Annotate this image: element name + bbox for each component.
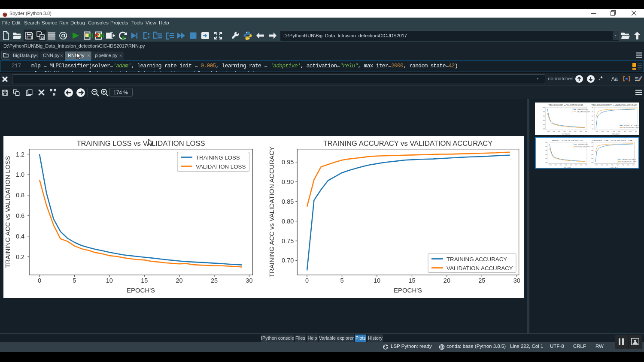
svg-text:TRAINING LOSS: TRAINING LOSS xyxy=(196,154,240,161)
svg-text:0.4: 0.4 xyxy=(16,233,24,240)
svg-text:10: 10 xyxy=(106,277,113,284)
svg-text:15: 15 xyxy=(141,277,148,284)
svg-text:VALIDATION ACCURACY: VALIDATION ACCURACY xyxy=(623,127,639,129)
svg-text:10: 10 xyxy=(374,277,380,284)
svg-text:0.90: 0.90 xyxy=(282,178,294,185)
svg-text:5: 5 xyxy=(73,277,76,284)
svg-text:0.6: 0.6 xyxy=(16,212,24,219)
svg-text:20: 20 xyxy=(444,277,450,284)
svg-text:1.0: 1.0 xyxy=(16,171,24,178)
svg-text:VALIDATION ACCURACY: VALIDATION ACCURACY xyxy=(622,161,638,163)
svg-text:5: 5 xyxy=(340,277,343,284)
svg-text:TRAINING ACC vs VALIDATION LOS: TRAINING ACC vs VALIDATION LOSS xyxy=(4,156,11,268)
svg-text:20: 20 xyxy=(176,277,183,284)
svg-text:TRAINING ACCURACY vs VALIDATIO: TRAINING ACCURACY vs VALIDATION ACCURACY xyxy=(591,139,635,142)
svg-text:0.95: 0.95 xyxy=(282,159,294,166)
svg-text:VALIDATION LOSS: VALIDATION LOSS xyxy=(577,146,589,148)
svg-text:0.85: 0.85 xyxy=(282,198,294,205)
svg-text:TRAINING LOSS: TRAINING LOSS xyxy=(577,109,589,111)
svg-text:TRAINING LOSS vs VALIDATION LO: TRAINING LOSS vs VALIDATION LOSS xyxy=(76,139,205,148)
svg-text:25: 25 xyxy=(478,277,485,284)
svg-text:0.2: 0.2 xyxy=(16,253,24,260)
svg-text:0.75: 0.75 xyxy=(282,238,294,244)
svg-text:EPOCH'S: EPOCH'S xyxy=(564,167,571,169)
svg-text:EPOCH'S: EPOCH'S xyxy=(562,133,570,135)
svg-text:VALIDATION LOSS: VALIDATION LOSS xyxy=(577,111,590,113)
svg-text:TRAINING ACCURACY vs VALIDATIO: TRAINING ACCURACY vs VALIDATION ACCURACY xyxy=(323,139,493,148)
svg-text:EPOCH'S: EPOCH'S xyxy=(612,133,620,135)
svg-text:EPOCH'S: EPOCH'S xyxy=(394,287,422,294)
svg-text:EPOCH'S: EPOCH'S xyxy=(611,167,618,169)
svg-text:1.2: 1.2 xyxy=(16,151,24,158)
svg-text:TRAINING ACCURACY: TRAINING ACCURACY xyxy=(447,256,507,262)
svg-text:0.8: 0.8 xyxy=(16,192,24,199)
svg-text:VALIDATION ACCURACY: VALIDATION ACCURACY xyxy=(447,265,513,272)
svg-text:15: 15 xyxy=(408,277,415,284)
svg-text:TRAINING ACCURACY vs VALIDATIO: TRAINING ACCURACY vs VALIDATION ACCURACY xyxy=(591,104,637,106)
svg-text:30: 30 xyxy=(513,277,520,284)
svg-text:0.70: 0.70 xyxy=(282,257,294,264)
svg-text:0.80: 0.80 xyxy=(282,218,294,225)
svg-text:VALIDATION LOSS: VALIDATION LOSS xyxy=(196,163,246,170)
svg-text:EPOCH'S: EPOCH'S xyxy=(127,287,155,294)
svg-text:0: 0 xyxy=(38,277,41,284)
svg-text:25: 25 xyxy=(211,277,218,284)
svg-text:TRAINING ACCURACY: TRAINING ACCURACY xyxy=(623,125,639,127)
svg-text:TRAINING LOSS: TRAINING LOSS xyxy=(577,144,588,145)
svg-text:30: 30 xyxy=(246,277,252,284)
svg-text:TRAINING ACCURACY: TRAINING ACCURACY xyxy=(622,159,637,160)
svg-text:TRAINING LOSS vs VALIDATION LO: TRAINING LOSS vs VALIDATION LOSS xyxy=(550,139,583,142)
svg-text:TRAINING ACC vs VALIDATION ACC: TRAINING ACC vs VALIDATION ACCURACY xyxy=(268,147,275,278)
svg-text:0: 0 xyxy=(305,277,309,284)
svg-text:TRAINING LOSS vs VALIDATION LO: TRAINING LOSS vs VALIDATION LOSS xyxy=(548,104,583,106)
